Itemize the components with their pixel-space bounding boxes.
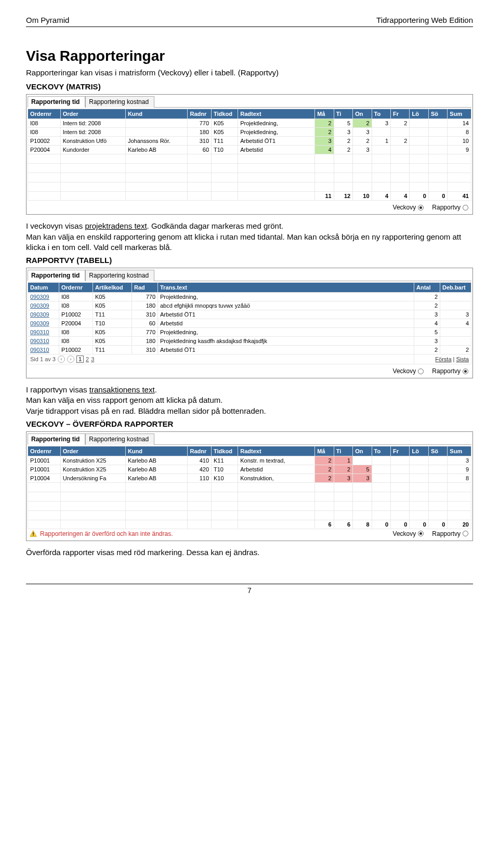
day-cell[interactable]: 2 — [391, 119, 410, 128]
day-cell[interactable]: 3 — [334, 128, 352, 137]
sum-cell: 10 — [448, 137, 471, 146]
date-link[interactable]: 090310 — [30, 338, 49, 344]
toggle-rapportvy[interactable]: Rapportvy — [432, 530, 468, 537]
date-link[interactable]: 090309 — [30, 320, 49, 326]
day-cell[interactable]: 1 — [372, 137, 390, 146]
day-cell[interactable]: 3 — [353, 146, 372, 154]
cell — [440, 293, 471, 301]
col-header: Datum — [28, 283, 59, 293]
cell: 310 — [132, 346, 158, 354]
cell — [440, 301, 471, 310]
tab-rapportering-kostnad[interactable]: Rapportering kostnad — [85, 96, 154, 108]
cell: Konstr. m textrad, — [238, 456, 315, 465]
day-cell[interactable]: 2 — [391, 137, 410, 146]
cell: T10 — [212, 146, 238, 154]
table-row[interactable]: 090309I08K05770Projektledning,2 — [28, 293, 471, 301]
day-cell[interactable]: 5 — [334, 119, 352, 128]
day-cell — [391, 456, 410, 465]
col-header: Må — [315, 446, 334, 456]
cell: 60 — [188, 146, 212, 154]
day-cell: 3 — [353, 474, 372, 482]
cell: Karlebo AB — [125, 474, 188, 482]
pager-page[interactable]: 3 — [91, 356, 94, 362]
day-cell[interactable]: 3 — [353, 128, 372, 137]
pager-first[interactable]: Första — [435, 356, 451, 362]
cell: 5 — [414, 328, 440, 337]
pager-page[interactable]: 2 — [86, 356, 89, 362]
report-table: DatumOrdernrArtikelkodRadTrans.textAntal… — [28, 282, 471, 364]
table-row[interactable]: 090309I08K05180abcd efghijkli mnopqrs tu… — [28, 301, 471, 310]
tab-rapportering-tid[interactable]: Rapportering tid — [28, 433, 85, 445]
cell: Konstruktion Utfö — [60, 137, 125, 146]
day-cell[interactable] — [428, 128, 447, 137]
col-header: Artikelkod — [93, 283, 132, 293]
day-cell[interactable] — [410, 137, 428, 146]
toggle-rapportvy[interactable]: Rapportvy — [432, 204, 468, 211]
toggle-veckovy[interactable]: Veckovy — [393, 204, 424, 211]
cell: Projektledning, — [158, 328, 414, 337]
day-cell[interactable]: 3 — [372, 119, 390, 128]
day-cell[interactable]: 2 — [353, 119, 372, 128]
col-header: Ti — [334, 446, 352, 456]
date-link[interactable]: 090310 — [30, 347, 49, 353]
table-row[interactable]: 090310I08K05180Projektledning kasdfh aks… — [28, 337, 471, 346]
day-cell[interactable]: 2 — [334, 146, 352, 154]
day-cell[interactable]: 2 — [353, 137, 372, 146]
cell: P10002 — [59, 310, 93, 319]
table-row[interactable]: 090309P10002T11310Arbetstid ÖT133 — [28, 310, 471, 319]
cell: abcd efghijkli mnopqrs tuvwx yzåäö — [158, 301, 414, 310]
day-cell[interactable] — [372, 146, 390, 154]
toggle-veckovy[interactable]: Veckovy — [393, 530, 424, 537]
tab-rapportering-kostnad[interactable]: Rapportering kostnad — [85, 270, 154, 281]
cell: K05 — [212, 119, 238, 128]
day-cell — [428, 465, 447, 474]
day-cell[interactable] — [372, 128, 390, 137]
table-row: P10001Konstruktion X25Karlebo AB410K11Ko… — [28, 456, 471, 465]
cell: P10001 — [28, 465, 61, 474]
day-cell[interactable] — [428, 146, 447, 154]
date-link[interactable]: 090309 — [30, 311, 49, 318]
header-rule — [26, 27, 473, 27]
cell: T10 — [212, 465, 238, 474]
day-cell[interactable] — [391, 146, 410, 154]
pager-last[interactable]: Sista — [456, 356, 469, 362]
day-cell[interactable] — [428, 137, 447, 146]
tab-rapportering-tid[interactable]: Rapportering tid — [28, 96, 85, 108]
date-link[interactable]: 090310 — [30, 329, 49, 335]
col-header: Deb.bart — [440, 283, 471, 293]
pager-page[interactable]: 1 — [76, 356, 84, 363]
cell: P10002 — [59, 346, 93, 354]
cell — [125, 119, 188, 128]
day-cell[interactable] — [391, 128, 410, 137]
table-row: P10001Konstruktion X25Karlebo AB420T10Ar… — [28, 465, 471, 474]
day-cell[interactable]: 3 — [315, 137, 334, 146]
table-row[interactable]: 090310I08K05770Projektledning,5 — [28, 328, 471, 337]
pager-next-icon[interactable]: › — [67, 356, 74, 363]
day-cell[interactable] — [410, 146, 428, 154]
toggle-veckovy[interactable]: Veckovy — [393, 367, 424, 375]
cell: P20004 — [59, 319, 93, 328]
col-header: Sö — [428, 109, 447, 119]
day-cell[interactable]: 2 — [315, 128, 334, 137]
day-cell[interactable]: 4 — [315, 146, 334, 154]
day-cell[interactable] — [410, 128, 428, 137]
tab-rapportering-kostnad[interactable]: Rapportering kostnad — [85, 433, 154, 445]
day-cell[interactable]: 2 — [334, 137, 352, 146]
col-header: Lö — [410, 446, 428, 456]
day-cell[interactable] — [410, 119, 428, 128]
tab-rapportering-tid[interactable]: Rapportering tid — [28, 270, 85, 281]
cell: Konstruktion X25 — [60, 456, 125, 465]
date-link[interactable]: 090309 — [30, 294, 49, 300]
toggle-rapportvy[interactable]: Rapportvy — [432, 367, 468, 375]
section-b-label: RAPPORTVY (TABELL) — [26, 256, 473, 265]
pager-prev-icon[interactable]: ‹ — [58, 356, 65, 363]
day-cell[interactable] — [428, 119, 447, 128]
day-cell[interactable]: 2 — [315, 119, 334, 128]
cell: K05 — [212, 128, 238, 137]
col-header: Radnr — [188, 109, 212, 119]
table-row[interactable]: 090309P20004T1060Arbetstid44 — [28, 319, 471, 328]
table-row[interactable]: 090310P10002T11310Arbetstid ÖT122 — [28, 346, 471, 354]
day-cell: 2 — [315, 465, 334, 474]
date-link[interactable]: 090309 — [30, 303, 49, 309]
cell: 410 — [188, 456, 212, 465]
